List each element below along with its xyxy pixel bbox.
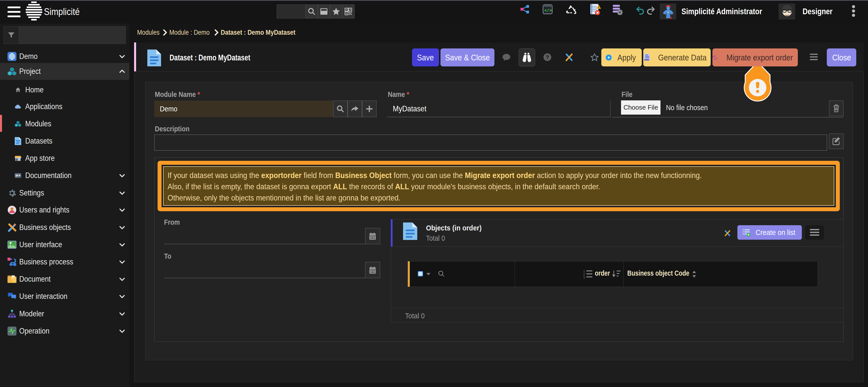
svg-text:3: 3	[583, 276, 585, 279]
svg-text:2: 2	[583, 273, 585, 276]
svg-text:</>: </>	[545, 8, 552, 13]
svg-text:1: 1	[583, 270, 585, 273]
svg-text:M: M	[16, 174, 18, 177]
svg-text:?: ?	[546, 54, 549, 60]
